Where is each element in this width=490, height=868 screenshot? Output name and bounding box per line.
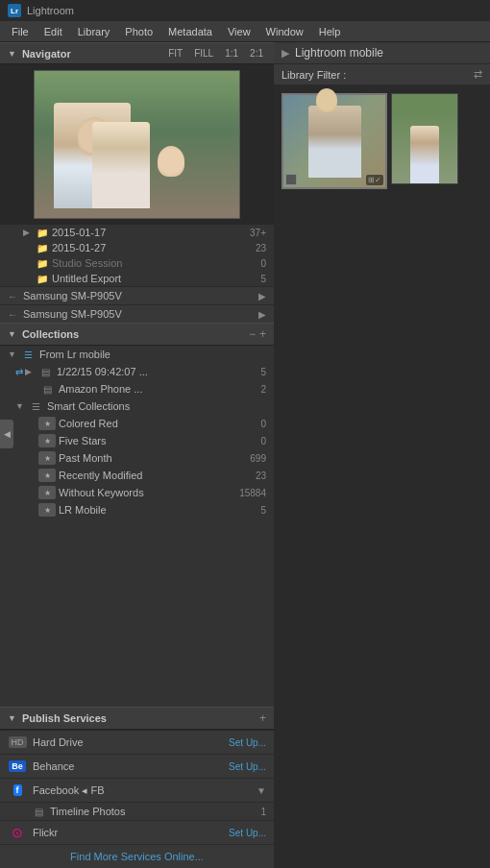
publish-flickr[interactable]: ⊙ Flickr Set Up... — [0, 820, 274, 844]
smart-collection-icon: ★ — [38, 451, 56, 465]
thumb1-inner — [283, 95, 385, 187]
collections-section-header[interactable]: ▼ Collections − + — [0, 323, 274, 346]
collection-count: 5 — [260, 505, 270, 516]
collection-name: Recently Modified — [59, 470, 256, 481]
nav-option-1-1[interactable]: 1:1 — [222, 47, 241, 60]
smart-group-icon: ☰ — [27, 399, 44, 413]
thumb2-preview — [391, 93, 458, 184]
facebook-icon: f — [8, 783, 27, 798]
collection-count: 0 — [260, 419, 270, 429]
find-more-services[interactable]: Find More Services Online... — [0, 844, 274, 868]
publish-hard-drive[interactable]: HD Hard Drive Set Up... — [0, 730, 274, 754]
navigator-section-header[interactable]: ▼ Navigator FIT FILL 1:1 2:1 — [0, 42, 274, 64]
lr-mobile-group-name: From Lr mobile — [39, 349, 270, 360]
collection-item-lr-mobile[interactable]: ★ LR Mobile 5 — [0, 501, 274, 518]
navigator-triangle: ▼ — [8, 49, 16, 59]
menu-window[interactable]: Window — [258, 24, 311, 39]
collection-count: 699 — [250, 453, 270, 464]
menu-file[interactable]: File — [4, 24, 37, 39]
smart-collection-icon: ★ — [38, 434, 56, 447]
smart-group-name: Smart Collections — [47, 400, 270, 412]
folder-item-untitled-export[interactable]: 📁 Untitled Export 5 — [0, 271, 274, 286]
left-panel: ◀ ▼ Navigator FIT FILL 1:1 2:1 — [0, 42, 274, 868]
collection-group-smart[interactable]: ▼ ☰ Smart Collections — [0, 398, 274, 415]
menu-metadata[interactable]: Metadata — [160, 24, 220, 39]
publish-name: Flickr — [33, 827, 229, 838]
publish-behance[interactable]: Be Behance Set Up... — [0, 754, 274, 778]
folder-name: 2015-01-17 — [52, 227, 250, 238]
flickr-icon: ⊙ — [8, 825, 27, 840]
photo-inner — [35, 71, 239, 218]
collection-count: 23 — [256, 470, 270, 481]
lr-mobile-title: Lightroom mobile — [295, 46, 383, 60]
thumb-person1 — [308, 106, 361, 178]
menu-photo[interactable]: Photo — [117, 24, 160, 39]
collection-item-five-stars[interactable]: ★ Five Stars 0 — [0, 432, 274, 449]
publish-name: Hard Drive — [33, 736, 229, 748]
collection-count: 0 — [260, 436, 270, 446]
device-arrow-right: ▶ — [258, 291, 266, 301]
publish-services-add-button[interactable]: + — [259, 711, 266, 725]
library-filter-arrow: ⇄ — [474, 68, 482, 81]
folder-item-2015-01-27[interactable]: 📁 2015-01-27 23 — [0, 240, 274, 255]
thumbnail-1[interactable]: ⊞✓ — [282, 93, 387, 189]
navigator-options: FIT FILL 1:1 2:1 — [165, 47, 266, 60]
app-title: Lightroom — [27, 5, 74, 16]
hard-drive-setup[interactable]: Set Up... — [229, 737, 266, 748]
collection-group-from-lr-mobile[interactable]: ▼ ☰ From Lr mobile — [0, 346, 274, 363]
menu-edit[interactable]: Edit — [37, 24, 70, 39]
collections-add-button[interactable]: + — [259, 327, 266, 341]
navigator-photo[interactable] — [34, 70, 240, 219]
smart-collection-icon: ★ — [38, 469, 56, 482]
menu-help[interactable]: Help — [311, 24, 349, 39]
device-arrow-left: ← — [8, 309, 17, 320]
collection-name: LR Mobile — [59, 504, 260, 516]
timeline-name: Timeline Photos — [50, 806, 260, 817]
library-filter-bar: Library Filter : ⇄ — [274, 64, 490, 85]
left-panel-toggle[interactable]: ◀ — [0, 420, 13, 448]
publish-facebook[interactable]: f Facebook ◂ FB ▼ — [0, 778, 274, 802]
folder-icon: 📁 — [37, 258, 48, 269]
be-icon-label: Be — [9, 760, 26, 772]
publish-facebook-timeline[interactable]: ▤ Timeline Photos 1 — [0, 802, 274, 820]
collections-minus-button[interactable]: − — [249, 327, 256, 341]
nav-option-fit[interactable]: FIT — [165, 47, 185, 60]
publish-services-header[interactable]: ▼ Publish Services + — [0, 707, 274, 730]
lr-mobile-arrow: ▶ — [282, 47, 289, 60]
folder-count: 0 — [260, 258, 266, 269]
folder-item-studio-session[interactable]: 📁 Studio Session 0 — [0, 255, 274, 271]
facebook-expand-arrow: ▼ — [257, 785, 266, 796]
flickr-setup[interactable]: Set Up... — [229, 828, 266, 838]
device-samsung-1[interactable]: ← Samsung SM-P905V ▶ — [0, 286, 274, 304]
collection-item-colored-red[interactable]: ★ Colored Red 0 — [0, 415, 274, 432]
collections-triangle: ▼ — [8, 329, 16, 339]
collection-item-without-keywords[interactable]: ★ Without Keywords 15884 — [0, 484, 274, 501]
behance-setup[interactable]: Set Up... — [229, 761, 266, 772]
device-arrow-right: ▶ — [258, 309, 266, 320]
menu-view[interactable]: View — [220, 24, 258, 39]
folder-icon: 📁 — [37, 274, 48, 284]
thumb-badge: ⊞✓ — [366, 175, 383, 185]
folder-list: ▶ 📁 2015-01-17 37+ 📁 2015-01-27 23 📁 Stu… — [0, 225, 274, 286]
lr-mobile-group-icon: ☰ — [19, 348, 37, 361]
collection-item-recently-modified[interactable]: ★ Recently Modified 23 — [0, 467, 274, 484]
fb-icon-label: f — [13, 784, 22, 796]
collection-item-past-month[interactable]: ★ Past Month 699 — [0, 449, 274, 467]
expand-arrow: ▶ — [23, 228, 33, 237]
collection-item-amazon-phone[interactable]: ▤ Amazon Phone ... 2 — [0, 380, 274, 398]
collection-item-1-22-15[interactable]: ⇄ ▶ ▤ 1/22/15 09:42:07 ... 5 — [0, 363, 274, 380]
collection-icon: ▤ — [37, 365, 54, 378]
lr-mobile-bar: ▶ Lightroom mobile — [274, 42, 490, 64]
thumbnail-2[interactable] — [391, 93, 458, 184]
nav-option-2-1[interactable]: 2:1 — [247, 47, 266, 60]
flickr-icon-symbol: ⊙ — [12, 825, 23, 840]
menu-library[interactable]: Library — [70, 24, 118, 39]
folder-item-2015-01-17[interactable]: ▶ 📁 2015-01-17 37+ — [0, 225, 274, 240]
collection-icon: ▤ — [38, 382, 56, 396]
device-samsung-2[interactable]: ← Samsung SM-P905V ▶ — [0, 304, 274, 323]
smart-collection-icon: ★ — [38, 486, 56, 499]
nav-option-fill[interactable]: FILL — [191, 47, 216, 60]
collection-name: 1/22/15 09:42:07 ... — [57, 366, 260, 377]
smart-collection-icon: ★ — [38, 417, 56, 430]
right-panel: ▶ Lightroom mobile Library Filter : ⇄ ⊞✓ — [274, 42, 490, 868]
